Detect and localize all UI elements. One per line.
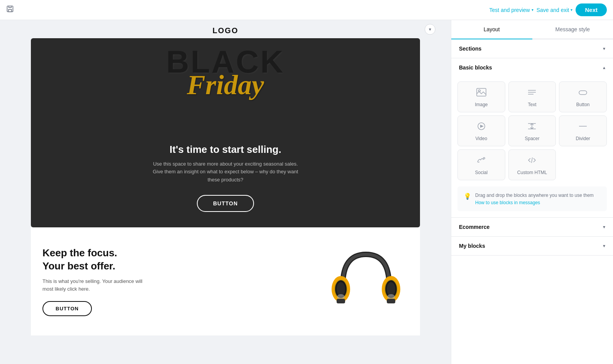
my-blocks-header[interactable]: My blocks ▾: [451, 237, 613, 255]
image-block-icon: [476, 88, 486, 99]
product-button[interactable]: BUTTON: [42, 301, 92, 316]
block-text[interactable]: Text: [508, 81, 556, 112]
text-block-icon: [527, 88, 537, 99]
ecommerce-header[interactable]: Ecommerce ▾: [451, 218, 613, 236]
block-social[interactable]: Social: [457, 149, 505, 180]
svg-point-25: [483, 157, 485, 159]
main-layout: LOGO ▾ BLACK Friday It's time to start s…: [0, 20, 613, 364]
my-blocks-section: My blocks ▾: [451, 237, 613, 256]
product-subtext: This is what you're selling. Your audien…: [42, 278, 151, 294]
svg-point-9: [337, 294, 345, 300]
custom-html-block-icon: [527, 156, 537, 167]
basic-blocks-arrow: ▴: [603, 65, 605, 70]
social-block-label: Social: [475, 170, 488, 175]
my-blocks-title: My blocks: [459, 243, 485, 249]
canvas-collapse-button[interactable]: ▾: [425, 24, 435, 35]
test-preview-label: Test and preview: [489, 7, 530, 13]
tab-message-style[interactable]: Message style: [532, 20, 613, 39]
svg-rect-12: [387, 299, 395, 303]
divider-block-icon: [578, 122, 588, 133]
next-button[interactable]: Next: [576, 3, 607, 16]
sections-section: Sections ▾: [451, 39, 613, 58]
block-divider[interactable]: Divider: [559, 115, 607, 146]
sections-header[interactable]: Sections ▾: [451, 39, 613, 58]
my-blocks-arrow: ▾: [603, 243, 605, 249]
sections-arrow: ▾: [603, 46, 605, 51]
product-block: Keep the focus. Your best offer. This is…: [31, 227, 420, 335]
drag-hint: 💡 Drag and drop the blocks anywhere you …: [457, 186, 607, 211]
svg-line-26: [532, 157, 532, 163]
topbar: Test and preview ▾ Save and exit ▾ Next: [0, 0, 613, 20]
svg-marker-20: [480, 125, 484, 128]
custom-html-block-label: Custom HTML: [517, 170, 547, 175]
tab-layout[interactable]: Layout: [451, 20, 532, 39]
block-custom-html[interactable]: Custom HTML: [508, 149, 556, 180]
spacer-block-label: Spacer: [525, 136, 539, 141]
headphones-svg: [327, 243, 405, 320]
basic-blocks-title: Basic blocks: [459, 64, 492, 71]
svg-point-8: [387, 282, 395, 296]
ecommerce-title: Ecommerce: [459, 224, 489, 230]
blocks-grid: Image Text: [451, 77, 613, 186]
product-text: Keep the focus. Your best offer. This is…: [42, 247, 312, 316]
block-image[interactable]: Image: [457, 81, 505, 112]
button-block-icon: [578, 88, 588, 99]
basic-blocks-section: Basic blocks ▴ Image: [451, 58, 613, 218]
video-block-icon: [476, 122, 486, 133]
hero-bg-text: BLACK Friday: [31, 46, 420, 100]
logo-text: LOGO: [213, 26, 239, 35]
social-block-icon: [476, 156, 486, 167]
image-block-label: Image: [475, 102, 488, 107]
svg-point-10: [387, 294, 395, 300]
ecommerce-section: Ecommerce ▾: [451, 218, 613, 237]
svg-rect-18: [579, 91, 587, 95]
drag-hint-link[interactable]: How to use blocks in messages: [475, 200, 540, 205]
hero-block: BLACK Friday It's time to start selling.…: [31, 38, 420, 227]
save-exit-label: Save and exit: [537, 7, 569, 13]
text-block-label: Text: [528, 102, 536, 107]
test-preview-arrow: ▾: [532, 8, 533, 12]
block-button[interactable]: Button: [559, 81, 607, 112]
sections-title: Sections: [459, 46, 481, 52]
right-panel: Layout Message style Sections ▾ Basic bl…: [451, 20, 613, 364]
svg-rect-0: [7, 6, 13, 12]
hero-headline: It's time to start selling.: [169, 144, 281, 156]
video-block-label: Video: [476, 136, 487, 141]
canvas-area: LOGO ▾ BLACK Friday It's time to start s…: [0, 20, 451, 364]
hero-button[interactable]: BUTTON: [197, 195, 254, 212]
ecommerce-arrow: ▾: [603, 224, 605, 230]
svg-rect-11: [337, 299, 345, 303]
hero-script-text: Friday: [31, 70, 420, 100]
panel-tabs: Layout Message style: [451, 20, 613, 39]
product-headline: Keep the focus. Your best offer.: [42, 247, 312, 273]
save-exit-arrow: ▾: [571, 8, 572, 12]
block-video[interactable]: Video: [457, 115, 505, 146]
save-icon[interactable]: [6, 5, 14, 15]
hero-subtext: Use this space to share more about your …: [152, 160, 299, 184]
test-preview-button[interactable]: Test and preview ▾: [489, 7, 533, 13]
basic-blocks-header[interactable]: Basic blocks ▴: [451, 58, 613, 77]
button-block-label: Button: [576, 102, 590, 107]
svg-point-4: [337, 282, 345, 296]
product-image: [323, 243, 408, 320]
divider-block-label: Divider: [576, 136, 590, 141]
lightbulb-icon: 💡: [464, 193, 471, 200]
drag-hint-text: Drag and drop the blocks anywhere you wa…: [475, 192, 594, 199]
spacer-block-icon: [527, 122, 537, 133]
block-spacer[interactable]: Spacer: [508, 115, 556, 146]
canvas-header: LOGO ▾: [0, 20, 451, 38]
save-exit-button[interactable]: Save and exit ▾: [537, 7, 573, 13]
